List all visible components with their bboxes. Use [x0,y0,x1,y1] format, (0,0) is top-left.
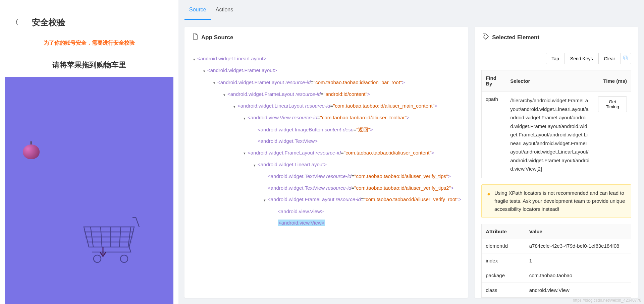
attr-value: 1 [525,253,631,268]
tree-node[interactable]: <android.view.View> [191,217,461,229]
element-actions: Tap Send Keys Clear [481,53,631,64]
tree-node[interactable]: <android.widget.FrameLayout resource-id=… [191,194,461,205]
tag-icon [483,34,489,41]
attr-name: text [482,297,525,298]
tree-node[interactable]: <android.widget.TextView resource-id="co… [191,182,461,194]
tree-node[interactable]: <android.widget.FrameLayout resource-id=… [191,77,461,88]
drag-instruction: 请将苹果拖到购物车里 [5,60,173,70]
value-header: Value [525,224,631,239]
selected-element-title: Selected Element [492,34,539,41]
tree-node[interactable]: <android.widget.LinearLayout resource-id… [191,100,461,112]
selector-header: Selector [506,70,594,92]
send-keys-button[interactable]: Send Keys [565,53,598,64]
svg-point-0 [94,255,101,262]
attribute-row: classandroid.view.View [482,283,631,297]
tree-node[interactable]: <android.view.View resource-id="com.taob… [191,112,461,124]
findby-header: Find By [482,70,506,92]
attribute-row: index1 [482,253,631,268]
tree-node[interactable]: <android.widget.LinearLayout> [191,53,461,65]
attr-name: index [482,253,525,268]
selector-cell: /hierarchy/android.widget.FrameLayout/an… [506,92,594,178]
svg-rect-4 [625,57,628,60]
apple-icon[interactable] [22,140,41,159]
tree-node[interactable]: <android.widget.FrameLayout resource-id=… [191,147,461,159]
locator-table: Find By Selector Time (ms) xpath /hierar… [481,70,631,178]
attr-name: class [482,283,525,297]
alert-text: Using XPath locators is not recommended … [494,189,626,213]
tree-node[interactable]: <android.widget.ImageButton content-desc… [191,124,461,136]
security-subtitle: 为了你的账号安全，需要进行安全校验 [5,40,173,47]
shopping-cart-icon [80,214,141,264]
page-title: 安全校验 [32,17,65,28]
watermark: https://blog.csdn.net/weixin_42340778 [573,298,641,303]
attr-name: elementId [482,239,525,253]
tree-node[interactable]: <android.widget.TextView resource-id="co… [191,171,461,182]
attr-value: a784ccfe-42e3-479d-bef0-1ef63e184f08 [525,239,631,253]
tree-node[interactable]: <android.widget.FrameLayout resource-id=… [191,88,461,100]
xpath-warning-alert: ● Using XPath locators is not recommende… [481,184,631,218]
file-icon [193,34,198,41]
attribute-row: elementIda784ccfe-42e3-479d-bef0-1ef63e1… [482,239,631,253]
app-source-panel: App Source <android.widget.LinearLayout>… [184,27,468,298]
selected-element-panel: Selected Element Tap Send Keys Clear Fin… [475,27,638,298]
svg-point-1 [120,255,128,262]
back-icon[interactable]: 〈 [5,18,18,27]
time-header: Time (ms) [594,70,631,92]
tree-node[interactable]: <android.widget.TextView> [191,135,461,147]
findby-cell: xpath [482,92,506,178]
app-source-title: App Source [201,34,233,41]
clear-button[interactable]: Clear [598,53,621,64]
attr-name: package [482,268,525,283]
attr-value: com.taobao.taobao [525,268,631,283]
tap-button[interactable]: Tap [546,53,565,64]
tab-source[interactable]: Source [184,1,211,20]
svg-point-2 [484,35,485,36]
tree-node[interactable]: <android.widget.LinearLayout> [191,159,461,171]
attribute-row: packagecom.taobao.taobao [482,268,631,283]
get-timing-button[interactable]: Get Timing [598,96,627,112]
warning-icon: ● [487,190,490,213]
attributes-table: Attribute Value elementIda784ccfe-42e3-4… [481,224,631,298]
attr-value: android.view.View [525,283,631,297]
svg-rect-3 [624,56,627,59]
attribute-header: Attribute [482,224,525,239]
copy-icon[interactable] [621,53,631,64]
element-tree[interactable]: <android.widget.LinearLayout><android.wi… [191,53,461,229]
tree-node[interactable]: <android.view.View> [191,206,461,218]
verification-canvas[interactable] [5,77,173,304]
device-preview: 〈 安全校验 为了你的账号安全，需要进行安全校验 请将苹果拖到购物车里 [0,0,178,304]
inspector-tabs: Source Actions [178,1,644,20]
tree-node[interactable]: <android.widget.FrameLayout> [191,65,461,76]
tab-actions[interactable]: Actions [211,1,238,20]
